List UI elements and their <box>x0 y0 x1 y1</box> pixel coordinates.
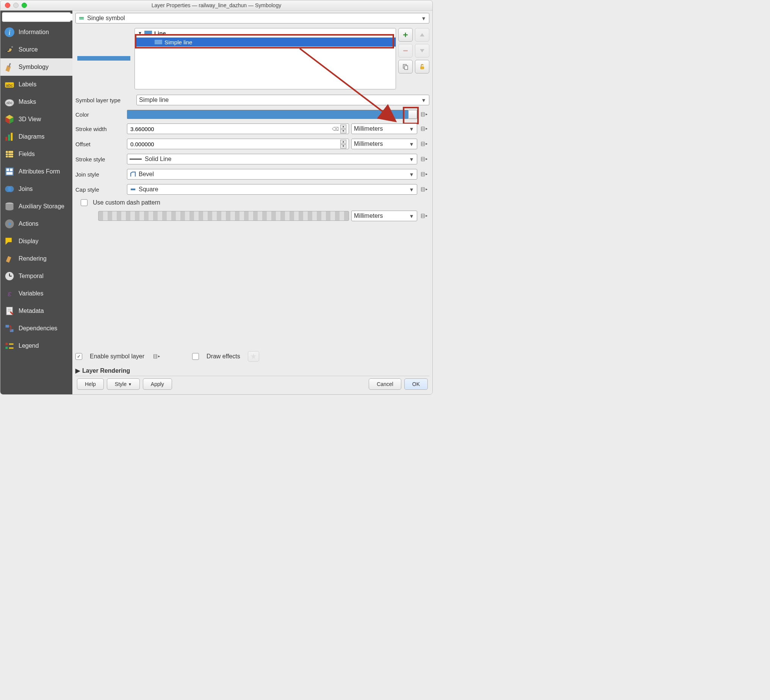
svg-rect-48 <box>420 66 424 70</box>
unit-value: Millimeters <box>354 141 383 147</box>
dependencies-icon <box>4 323 15 334</box>
offset-spinner[interactable]: ▴▾ <box>340 140 346 149</box>
sidebar-item-symbology[interactable]: Symbology <box>0 58 72 76</box>
line-swatch-icon <box>155 40 162 44</box>
style-button-label: Style <box>115 381 126 387</box>
override-icon <box>421 156 428 162</box>
diagrams-icon <box>4 131 15 142</box>
sidebar-item-auxiliary-storage[interactable]: Auxiliary Storage <box>0 198 72 215</box>
chevron-right-icon: ▶ <box>75 367 80 374</box>
titlebar: Layer Properties — railway_line_dazhun —… <box>0 0 432 11</box>
close-window-icon[interactable] <box>5 3 10 8</box>
stroke-width-spinner[interactable]: ▴▾ <box>340 124 346 133</box>
data-defined-override-button[interactable] <box>152 352 162 360</box>
svg-rect-33 <box>6 325 9 328</box>
svg-marker-52 <box>425 114 427 116</box>
add-layer-button[interactable] <box>398 28 412 42</box>
tree-root-line[interactable]: ▼ Line <box>135 28 396 37</box>
sidebar-item-source[interactable]: Source <box>0 41 72 58</box>
offset-unit-dropdown[interactable]: Millimeters▾ <box>351 139 417 149</box>
data-defined-override-button[interactable] <box>419 155 429 163</box>
sidebar-item-fields[interactable]: Fields <box>0 145 72 163</box>
sidebar-item-joins[interactable]: Joins <box>0 180 72 198</box>
svg-text:abc: abc <box>6 100 13 105</box>
tree-child-simple-line[interactable]: Simple line <box>135 37 396 47</box>
sidebar: i Information Source Symbology abc Label… <box>0 11 72 394</box>
stroke-style-dropdown[interactable]: Solid Line ▾ <box>127 154 417 164</box>
offset-value[interactable] <box>129 141 339 148</box>
color-swatch[interactable] <box>127 110 409 119</box>
sidebar-item-variables[interactable]: ε Variables <box>0 285 72 302</box>
help-button-label: Help <box>85 381 96 387</box>
stroke-width-unit-dropdown[interactable]: Millimeters▾ <box>351 123 417 134</box>
data-defined-override-button[interactable] <box>419 212 429 220</box>
dash-pattern-preview[interactable] <box>98 211 349 221</box>
enable-symbol-layer-checkbox[interactable]: ✓ <box>75 353 82 360</box>
stroke-width-input[interactable]: ⌫ ▴▾ <box>127 123 349 134</box>
stroke-width-value[interactable] <box>129 125 332 133</box>
variables-icon: ε <box>4 288 15 299</box>
style-button[interactable]: Style▼ <box>107 378 140 390</box>
sidebar-item-information[interactable]: i Information <box>0 23 72 41</box>
ok-button[interactable]: OK <box>404 378 428 390</box>
chevron-down-icon: ▾ <box>409 141 414 148</box>
join-style-label: Join style <box>75 171 125 178</box>
help-button[interactable]: Help <box>77 378 104 390</box>
window-title: Layer Properties — railway_line_dazhun —… <box>0 2 432 8</box>
svg-rect-35 <box>6 343 8 345</box>
sidebar-item-label: Symbology <box>19 64 49 70</box>
cancel-button[interactable]: Cancel <box>369 378 401 390</box>
symbol-mode-dropdown[interactable]: Single symbol ▾ <box>75 13 429 23</box>
data-defined-override-button[interactable] <box>419 140 429 148</box>
override-icon <box>421 186 428 192</box>
svg-rect-69 <box>131 189 135 191</box>
join-style-dropdown[interactable]: Bevel ▾ <box>127 169 417 179</box>
sidebar-search[interactable] <box>2 12 71 22</box>
clear-icon[interactable]: ⌫ <box>332 126 339 132</box>
sidebar-search-input[interactable] <box>6 14 72 21</box>
draw-effects-checkbox[interactable] <box>192 353 199 360</box>
data-defined-override-button[interactable] <box>419 170 429 178</box>
sidebar-item-legend[interactable]: Legend <box>0 337 72 354</box>
apply-button[interactable]: Apply <box>143 378 172 390</box>
duplicate-layer-button[interactable] <box>398 60 412 73</box>
sidebar-item-label: Source <box>19 46 38 53</box>
sidebar-item-3dview[interactable]: 3D View <box>0 111 72 128</box>
cap-style-dropdown[interactable]: Square ▾ <box>127 184 417 195</box>
sidebar-item-temporal[interactable]: Temporal <box>0 267 72 285</box>
sidebar-item-display[interactable]: Display <box>0 233 72 250</box>
custom-dash-checkbox[interactable] <box>81 199 87 206</box>
symbol-mode-value: Single symbol <box>87 15 125 22</box>
data-defined-override-button[interactable] <box>419 125 429 133</box>
custom-dash-label: Use custom dash pattern <box>93 199 160 206</box>
data-defined-override-button[interactable] <box>419 186 429 193</box>
svg-marker-77 <box>425 215 427 217</box>
lock-layer-button[interactable] <box>415 60 429 73</box>
dash-unit-dropdown[interactable]: Millimeters▾ <box>351 210 417 221</box>
bevel-icon <box>129 171 136 178</box>
triangle-up-icon <box>418 31 426 39</box>
chevron-down-icon: ▾ <box>409 212 414 220</box>
data-defined-override-button[interactable] <box>419 111 429 118</box>
sidebar-item-rendering[interactable]: Rendering <box>0 250 72 267</box>
offset-input[interactable]: ▴▾ <box>127 139 349 149</box>
sidebar-item-attributes-form[interactable]: Attributes Form <box>0 163 72 180</box>
svg-rect-70 <box>421 188 424 191</box>
svg-rect-53 <box>421 127 424 131</box>
sidebar-item-diagrams[interactable]: Diagrams <box>0 128 72 145</box>
color-label: Color <box>75 112 125 118</box>
layer-rendering-header[interactable]: ▶ Layer Rendering <box>75 367 429 374</box>
sidebar-item-dependencies[interactable]: Dependencies <box>0 320 72 337</box>
zoom-window-icon[interactable] <box>22 3 27 8</box>
symbol-layer-type-dropdown[interactable]: Simple line ▾ <box>136 95 429 105</box>
svg-marker-68 <box>425 173 427 175</box>
sidebar-item-metadata[interactable]: Metadata <box>0 302 72 320</box>
sidebar-item-label: Attributes Form <box>19 168 60 175</box>
symbol-layer-tree[interactable]: ▼ Line Simple line <box>134 28 396 89</box>
stroke-style-value: Solid Line <box>145 156 171 163</box>
color-dropdown-button[interactable] <box>409 110 417 119</box>
sidebar-item-actions[interactable]: Actions <box>0 215 72 233</box>
override-icon <box>153 353 161 359</box>
sidebar-item-masks[interactable]: abc Masks <box>0 93 72 111</box>
sidebar-item-labels[interactable]: abc Labels <box>0 76 72 93</box>
